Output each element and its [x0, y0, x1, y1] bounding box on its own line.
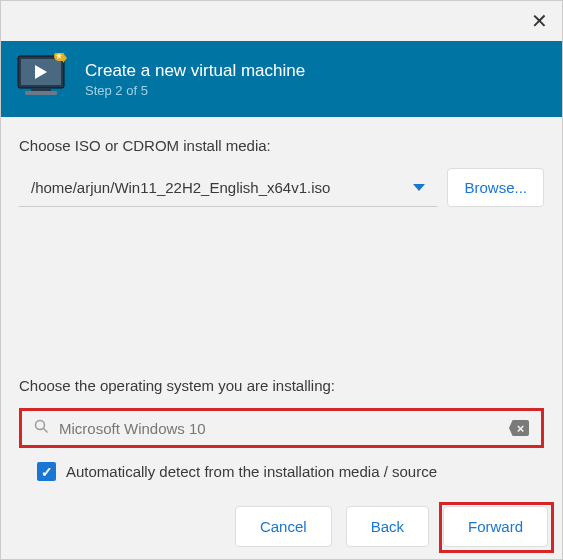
os-search-input[interactable]: [59, 420, 499, 437]
new-vm-icon: [17, 53, 69, 105]
wizard-step: Step 2 of 5: [85, 83, 305, 98]
svg-rect-3: [31, 88, 51, 91]
svg-line-8: [44, 429, 48, 433]
back-button[interactable]: Back: [346, 506, 429, 547]
auto-detect-label: Automatically detect from the installati…: [66, 463, 437, 480]
iso-path-select[interactable]: /home/arjun/Win11_22H2_English_x64v1.iso: [19, 169, 437, 207]
wizard-header: Create a new virtual machine Step 2 of 5: [1, 41, 562, 117]
os-search-field-wrap: [19, 408, 544, 448]
title-bar: ✕: [1, 1, 562, 41]
close-icon[interactable]: ✕: [531, 11, 548, 31]
content-area: Choose ISO or CDROM install media: /home…: [1, 117, 562, 501]
cancel-button[interactable]: Cancel: [235, 506, 332, 547]
wizard-title: Create a new virtual machine: [85, 61, 305, 81]
chevron-down-icon: [413, 184, 425, 191]
os-section-label: Choose the operating system you are inst…: [19, 377, 544, 394]
forward-button[interactable]: Forward: [443, 506, 548, 547]
svg-rect-4: [25, 91, 57, 95]
search-icon: [34, 419, 49, 437]
svg-point-7: [36, 421, 45, 430]
browse-button[interactable]: Browse...: [447, 168, 544, 207]
clear-icon[interactable]: [509, 420, 529, 436]
auto-detect-checkbox[interactable]: ✓: [37, 462, 56, 481]
wizard-footer: Cancel Back Forward: [235, 506, 548, 547]
iso-section-label: Choose ISO or CDROM install media:: [19, 137, 544, 154]
iso-path-value: /home/arjun/Win11_22H2_English_x64v1.iso: [31, 179, 330, 196]
